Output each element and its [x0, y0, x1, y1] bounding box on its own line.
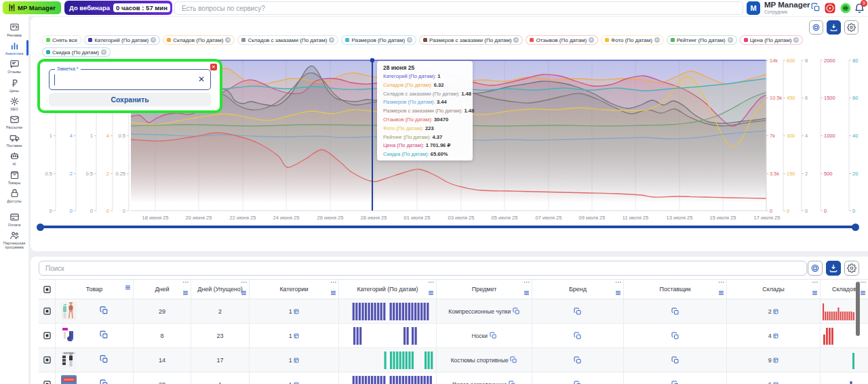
svg-text:60: 60 [852, 95, 858, 101]
svg-text:0: 0 [787, 208, 789, 214]
svg-text:0: 0 [50, 208, 52, 214]
svg-text:20: 20 [852, 171, 858, 177]
svg-text:0: 0 [90, 208, 93, 214]
svg-text:4: 4 [805, 133, 808, 139]
svg-text:0.5: 0.5 [86, 171, 93, 177]
svg-text:10.5k: 10.5k [770, 95, 783, 101]
svg-text:0: 0 [770, 208, 772, 214]
svg-text:03 июля 25: 03 июля 25 [448, 215, 475, 221]
svg-text:300: 300 [787, 133, 795, 139]
svg-text:11 июля 25: 11 июля 25 [623, 215, 648, 221]
svg-text:22 июня 25: 22 июня 25 [230, 215, 256, 221]
svg-text:3.5k: 3.5k [770, 171, 779, 177]
svg-text:600: 600 [787, 58, 795, 64]
svg-text:0.5: 0.5 [119, 133, 125, 139]
svg-text:2: 2 [106, 171, 109, 177]
svg-text:80: 80 [852, 58, 858, 64]
svg-text:1000: 1000 [824, 133, 835, 139]
svg-text:2: 2 [805, 171, 808, 177]
svg-text:4: 4 [106, 133, 109, 139]
svg-text:8: 8 [805, 58, 808, 64]
svg-text:2: 2 [70, 171, 73, 177]
svg-text:0: 0 [852, 208, 855, 214]
svg-text:13 июля 25: 13 июля 25 [667, 215, 693, 221]
svg-text:6: 6 [805, 95, 808, 101]
svg-text:28 июня 25: 28 июня 25 [361, 215, 387, 221]
svg-text:17 июля 25: 17 июля 25 [754, 215, 781, 221]
svg-text:0: 0 [70, 208, 73, 214]
svg-text:15 июля 25: 15 июля 25 [710, 215, 736, 221]
svg-text:450: 450 [787, 95, 795, 101]
svg-text:4: 4 [70, 133, 73, 139]
svg-text:0: 0 [805, 208, 808, 214]
svg-text:0.25: 0.25 [115, 171, 125, 177]
svg-text:07 июля 25: 07 июля 25 [536, 215, 562, 221]
svg-text:18 июня 25: 18 июня 25 [142, 215, 169, 221]
svg-text:0: 0 [106, 208, 109, 214]
svg-text:1: 1 [90, 133, 93, 139]
svg-text:01 июля 25: 01 июля 25 [404, 215, 431, 221]
svg-text:0: 0 [123, 208, 125, 214]
svg-text:2000: 2000 [824, 58, 835, 64]
svg-text:09 июля 25: 09 июля 25 [579, 215, 606, 221]
svg-text:40: 40 [852, 133, 858, 139]
svg-text:0.5: 0.5 [45, 171, 52, 177]
svg-text:0: 0 [824, 208, 827, 214]
svg-text:20 июня 25: 20 июня 25 [186, 215, 212, 221]
svg-text:7k: 7k [770, 133, 775, 139]
svg-text:14k: 14k [770, 58, 778, 64]
svg-text:150: 150 [787, 171, 795, 177]
svg-text:1: 1 [50, 133, 52, 139]
svg-text:1500: 1500 [824, 95, 835, 101]
svg-text:500: 500 [824, 171, 833, 177]
svg-text:05 июля 25: 05 июля 25 [492, 215, 518, 221]
svg-text:24 июня 25: 24 июня 25 [273, 215, 300, 221]
svg-text:26 июня 25: 26 июня 25 [317, 215, 344, 221]
